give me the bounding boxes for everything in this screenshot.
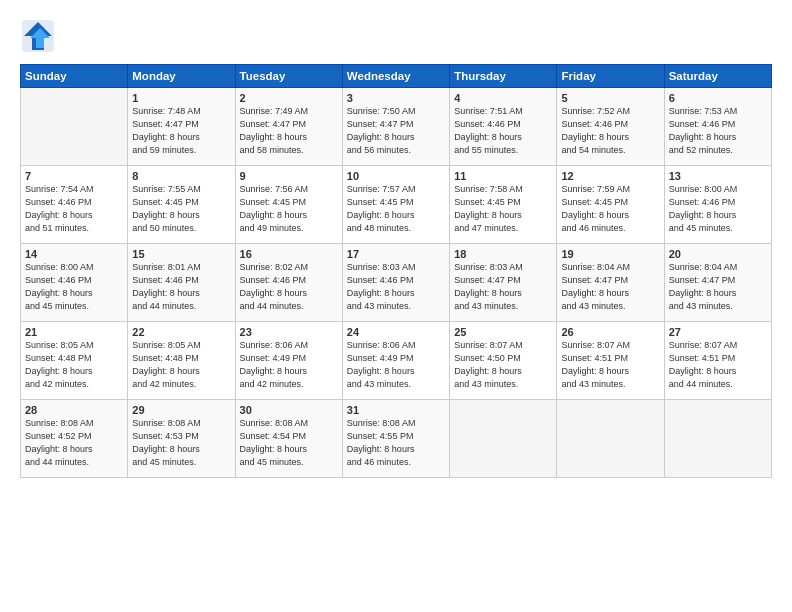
day-number: 13 [669,170,767,182]
day-number: 14 [25,248,123,260]
day-cell: 24Sunrise: 8:06 AM Sunset: 4:49 PM Dayli… [342,322,449,400]
day-cell: 12Sunrise: 7:59 AM Sunset: 4:45 PM Dayli… [557,166,664,244]
day-cell: 6Sunrise: 7:53 AM Sunset: 4:46 PM Daylig… [664,88,771,166]
day-info: Sunrise: 7:53 AM Sunset: 4:46 PM Dayligh… [669,105,767,157]
day-number: 17 [347,248,445,260]
day-info: Sunrise: 8:08 AM Sunset: 4:52 PM Dayligh… [25,417,123,469]
day-number: 3 [347,92,445,104]
day-number: 11 [454,170,552,182]
day-info: Sunrise: 8:08 AM Sunset: 4:55 PM Dayligh… [347,417,445,469]
day-info: Sunrise: 8:02 AM Sunset: 4:46 PM Dayligh… [240,261,338,313]
day-number: 21 [25,326,123,338]
header-cell-tuesday: Tuesday [235,65,342,88]
logo [20,18,56,54]
day-info: Sunrise: 8:06 AM Sunset: 4:49 PM Dayligh… [240,339,338,391]
day-info: Sunrise: 8:04 AM Sunset: 4:47 PM Dayligh… [669,261,767,313]
day-info: Sunrise: 8:07 AM Sunset: 4:51 PM Dayligh… [669,339,767,391]
day-cell: 9Sunrise: 7:56 AM Sunset: 4:45 PM Daylig… [235,166,342,244]
day-cell: 1Sunrise: 7:48 AM Sunset: 4:47 PM Daylig… [128,88,235,166]
day-cell: 21Sunrise: 8:05 AM Sunset: 4:48 PM Dayli… [21,322,128,400]
day-number: 18 [454,248,552,260]
day-cell: 28Sunrise: 8:08 AM Sunset: 4:52 PM Dayli… [21,400,128,478]
day-cell: 15Sunrise: 8:01 AM Sunset: 4:46 PM Dayli… [128,244,235,322]
week-row-4: 21Sunrise: 8:05 AM Sunset: 4:48 PM Dayli… [21,322,772,400]
day-cell: 14Sunrise: 8:00 AM Sunset: 4:46 PM Dayli… [21,244,128,322]
day-cell: 29Sunrise: 8:08 AM Sunset: 4:53 PM Dayli… [128,400,235,478]
day-cell: 11Sunrise: 7:58 AM Sunset: 4:45 PM Dayli… [450,166,557,244]
day-info: Sunrise: 8:08 AM Sunset: 4:53 PM Dayligh… [132,417,230,469]
day-info: Sunrise: 8:07 AM Sunset: 4:50 PM Dayligh… [454,339,552,391]
day-cell [664,400,771,478]
calendar-table: SundayMondayTuesdayWednesdayThursdayFrid… [20,64,772,478]
day-info: Sunrise: 7:51 AM Sunset: 4:46 PM Dayligh… [454,105,552,157]
day-number: 16 [240,248,338,260]
day-info: Sunrise: 8:00 AM Sunset: 4:46 PM Dayligh… [669,183,767,235]
day-cell: 5Sunrise: 7:52 AM Sunset: 4:46 PM Daylig… [557,88,664,166]
day-number: 2 [240,92,338,104]
day-cell: 4Sunrise: 7:51 AM Sunset: 4:46 PM Daylig… [450,88,557,166]
day-number: 27 [669,326,767,338]
day-info: Sunrise: 7:55 AM Sunset: 4:45 PM Dayligh… [132,183,230,235]
logo-icon [20,18,56,54]
page: SundayMondayTuesdayWednesdayThursdayFrid… [0,0,792,612]
day-info: Sunrise: 7:56 AM Sunset: 4:45 PM Dayligh… [240,183,338,235]
day-cell: 26Sunrise: 8:07 AM Sunset: 4:51 PM Dayli… [557,322,664,400]
day-cell: 17Sunrise: 8:03 AM Sunset: 4:46 PM Dayli… [342,244,449,322]
header-cell-monday: Monday [128,65,235,88]
day-info: Sunrise: 8:05 AM Sunset: 4:48 PM Dayligh… [132,339,230,391]
day-info: Sunrise: 8:00 AM Sunset: 4:46 PM Dayligh… [25,261,123,313]
week-row-2: 7Sunrise: 7:54 AM Sunset: 4:46 PM Daylig… [21,166,772,244]
day-info: Sunrise: 8:07 AM Sunset: 4:51 PM Dayligh… [561,339,659,391]
day-number: 10 [347,170,445,182]
day-cell: 25Sunrise: 8:07 AM Sunset: 4:50 PM Dayli… [450,322,557,400]
day-number: 20 [669,248,767,260]
day-info: Sunrise: 8:06 AM Sunset: 4:49 PM Dayligh… [347,339,445,391]
day-info: Sunrise: 8:03 AM Sunset: 4:46 PM Dayligh… [347,261,445,313]
day-cell: 8Sunrise: 7:55 AM Sunset: 4:45 PM Daylig… [128,166,235,244]
day-number: 30 [240,404,338,416]
day-info: Sunrise: 8:05 AM Sunset: 4:48 PM Dayligh… [25,339,123,391]
day-info: Sunrise: 7:58 AM Sunset: 4:45 PM Dayligh… [454,183,552,235]
header-cell-sunday: Sunday [21,65,128,88]
day-cell: 18Sunrise: 8:03 AM Sunset: 4:47 PM Dayli… [450,244,557,322]
day-number: 1 [132,92,230,104]
day-number: 8 [132,170,230,182]
day-number: 19 [561,248,659,260]
day-number: 26 [561,326,659,338]
day-number: 22 [132,326,230,338]
day-number: 23 [240,326,338,338]
day-number: 25 [454,326,552,338]
week-row-1: 1Sunrise: 7:48 AM Sunset: 4:47 PM Daylig… [21,88,772,166]
day-number: 5 [561,92,659,104]
day-number: 24 [347,326,445,338]
day-number: 15 [132,248,230,260]
day-number: 28 [25,404,123,416]
day-number: 29 [132,404,230,416]
day-number: 7 [25,170,123,182]
day-number: 31 [347,404,445,416]
header-cell-friday: Friday [557,65,664,88]
day-cell: 2Sunrise: 7:49 AM Sunset: 4:47 PM Daylig… [235,88,342,166]
header-cell-saturday: Saturday [664,65,771,88]
day-info: Sunrise: 7:59 AM Sunset: 4:45 PM Dayligh… [561,183,659,235]
day-cell [557,400,664,478]
day-cell [21,88,128,166]
week-row-5: 28Sunrise: 8:08 AM Sunset: 4:52 PM Dayli… [21,400,772,478]
day-cell: 23Sunrise: 8:06 AM Sunset: 4:49 PM Dayli… [235,322,342,400]
day-cell [450,400,557,478]
week-row-3: 14Sunrise: 8:00 AM Sunset: 4:46 PM Dayli… [21,244,772,322]
header-cell-thursday: Thursday [450,65,557,88]
day-cell: 13Sunrise: 8:00 AM Sunset: 4:46 PM Dayli… [664,166,771,244]
day-info: Sunrise: 7:50 AM Sunset: 4:47 PM Dayligh… [347,105,445,157]
header-row: SundayMondayTuesdayWednesdayThursdayFrid… [21,65,772,88]
day-cell: 16Sunrise: 8:02 AM Sunset: 4:46 PM Dayli… [235,244,342,322]
day-number: 4 [454,92,552,104]
day-cell: 3Sunrise: 7:50 AM Sunset: 4:47 PM Daylig… [342,88,449,166]
day-info: Sunrise: 8:03 AM Sunset: 4:47 PM Dayligh… [454,261,552,313]
day-cell: 7Sunrise: 7:54 AM Sunset: 4:46 PM Daylig… [21,166,128,244]
day-info: Sunrise: 8:04 AM Sunset: 4:47 PM Dayligh… [561,261,659,313]
day-info: Sunrise: 7:49 AM Sunset: 4:47 PM Dayligh… [240,105,338,157]
day-info: Sunrise: 7:57 AM Sunset: 4:45 PM Dayligh… [347,183,445,235]
day-cell: 30Sunrise: 8:08 AM Sunset: 4:54 PM Dayli… [235,400,342,478]
day-info: Sunrise: 8:01 AM Sunset: 4:46 PM Dayligh… [132,261,230,313]
